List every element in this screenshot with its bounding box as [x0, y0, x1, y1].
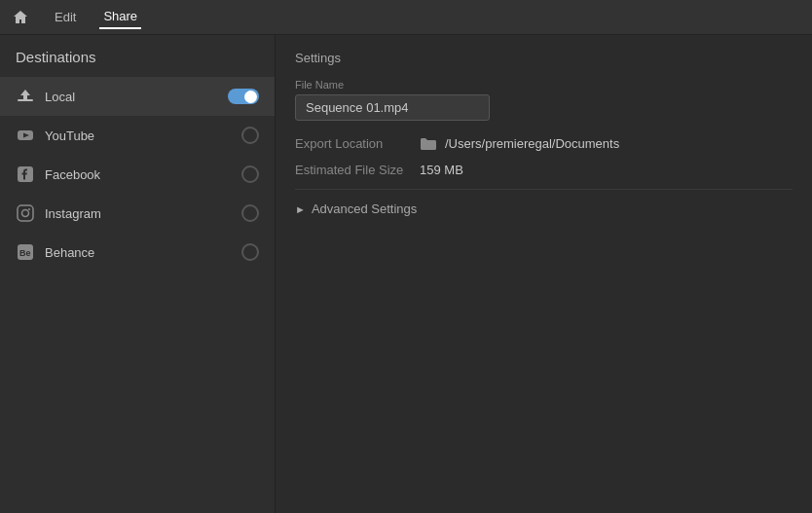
svg-point-6: [22, 210, 29, 217]
sidebar: Destinations Local YouTube: [0, 35, 276, 513]
sidebar-item-local-label: Local: [45, 90, 218, 104]
file-name-value[interactable]: Sequence 01.mp4: [295, 94, 490, 121]
divider: [295, 189, 793, 190]
toggle-knob: [244, 91, 257, 103]
menu-bar: Edit Share: [0, 0, 812, 35]
chevron-right-icon: ►: [295, 203, 306, 215]
behance-icon: Be: [16, 242, 35, 262]
export-location-label: Export Location: [295, 136, 412, 151]
sidebar-item-instagram-label: Instagram: [45, 206, 232, 221]
sidebar-title: Destinations: [0, 49, 275, 77]
advanced-settings-label: Advanced Settings: [312, 202, 417, 216]
svg-marker-1: [20, 90, 30, 100]
settings-title: Settings: [295, 51, 793, 65]
right-panel: Settings File Name Sequence 01.mp4 Expor…: [276, 35, 812, 513]
facebook-radio[interactable]: [241, 165, 259, 183]
sidebar-item-youtube[interactable]: YouTube: [0, 116, 275, 155]
sidebar-item-facebook-label: Facebook: [45, 167, 232, 182]
estimated-file-size-value: 159 MB: [420, 163, 463, 177]
sidebar-item-local[interactable]: Local: [0, 77, 275, 116]
file-name-row: File Name Sequence 01.mp4: [295, 79, 793, 121]
local-toggle[interactable]: [228, 89, 259, 104]
menu-edit[interactable]: Edit: [51, 6, 80, 28]
upload-icon: [16, 87, 35, 106]
estimated-file-size-label: Estimated File Size: [295, 163, 412, 177]
file-name-label: File Name: [295, 79, 793, 91]
sidebar-item-youtube-label: YouTube: [45, 128, 232, 143]
instagram-icon: [16, 203, 35, 223]
sidebar-item-instagram[interactable]: Instagram: [0, 194, 275, 233]
instagram-radio[interactable]: [241, 204, 259, 222]
home-button[interactable]: [10, 7, 31, 28]
sidebar-item-behance-label: Behance: [45, 245, 232, 260]
folder-icon: [420, 137, 437, 151]
youtube-radio[interactable]: [241, 127, 259, 144]
export-path-value[interactable]: /Users/premieregal/Documents: [445, 136, 619, 151]
svg-rect-5: [18, 205, 33, 221]
facebook-icon: [16, 165, 35, 184]
main-container: Destinations Local YouTube: [0, 35, 812, 513]
sidebar-item-facebook[interactable]: Facebook: [0, 155, 275, 194]
svg-point-7: [28, 208, 30, 210]
menu-share[interactable]: Share: [99, 5, 141, 29]
behance-radio[interactable]: [241, 243, 259, 261]
svg-text:Be: Be: [19, 248, 31, 258]
advanced-settings-row[interactable]: ► Advanced Settings: [295, 202, 793, 216]
sidebar-item-behance[interactable]: Be Behance: [0, 233, 275, 272]
estimated-file-size-row: Estimated File Size 159 MB: [295, 163, 793, 177]
youtube-icon: [16, 126, 35, 145]
export-location-row: Export Location /Users/premieregal/Docum…: [295, 136, 793, 151]
